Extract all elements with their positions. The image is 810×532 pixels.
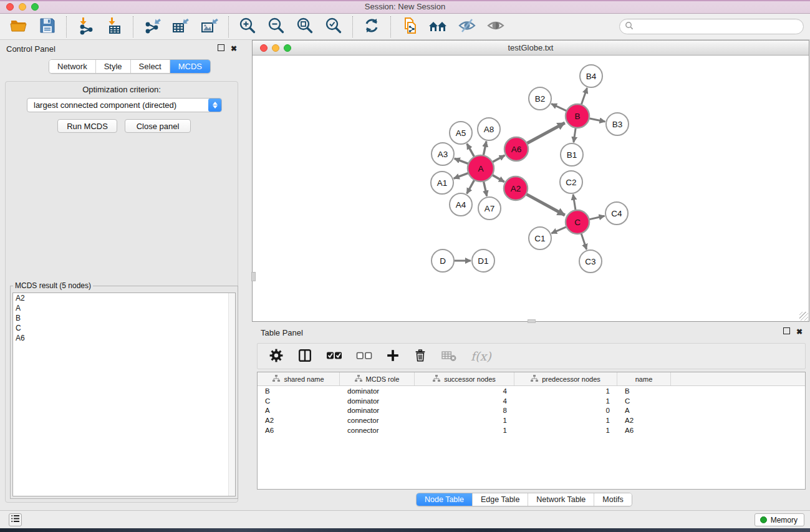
open-session-button[interactable] bbox=[9, 17, 29, 37]
table-cell[interactable]: 4 bbox=[415, 387, 514, 395]
graph-edge-A-A5[interactable] bbox=[467, 143, 475, 157]
table-row[interactable]: A2connector11A2 bbox=[258, 415, 805, 425]
graph-edge-B-B1[interactable] bbox=[574, 128, 576, 142]
table-cell[interactable]: C bbox=[617, 397, 671, 405]
graph-edge-C-C3[interactable] bbox=[581, 233, 587, 249]
bottom-scrollbar-stub[interactable] bbox=[528, 319, 536, 323]
network-canvas[interactable]: AA5A8A3A1A4A7A6A2BB4B2B3B1CC2C4C1C3DD1 bbox=[253, 56, 809, 321]
graph-node-A3[interactable]: A3 bbox=[432, 143, 454, 165]
split-columns-button[interactable] bbox=[297, 348, 312, 365]
table-cell[interactable]: 1 bbox=[415, 427, 514, 434]
graph-node-A6[interactable]: A6 bbox=[504, 137, 528, 161]
zoom-selected-button[interactable] bbox=[324, 17, 344, 37]
window-resize-grip[interactable] bbox=[799, 312, 808, 321]
table-cell[interactable]: 1 bbox=[514, 397, 617, 405]
graph-edge-C-C1[interactable] bbox=[551, 227, 566, 233]
close-table-panel-icon[interactable]: ✖ bbox=[796, 327, 803, 336]
table-cell[interactable]: A2 bbox=[258, 417, 340, 424]
table-cell[interactable]: 1 bbox=[514, 427, 617, 434]
tab-network[interactable]: Network bbox=[49, 60, 95, 73]
graph-node-A5[interactable]: A5 bbox=[450, 122, 472, 144]
graph-node-A7[interactable]: A7 bbox=[478, 197, 501, 220]
result-scrollbar[interactable] bbox=[228, 293, 235, 496]
zoom-fit-button[interactable] bbox=[295, 17, 315, 37]
table-cell[interactable]: 8 bbox=[415, 407, 514, 414]
graph-edge-B-B2[interactable] bbox=[551, 104, 567, 111]
tab-edge-table[interactable]: Edge Table bbox=[472, 493, 528, 506]
delete-table-button[interactable] bbox=[441, 349, 457, 364]
graph-edge-A6-B[interactable] bbox=[527, 123, 565, 143]
memory-button[interactable]: Memory bbox=[755, 513, 804, 526]
close-panel-icon[interactable]: ✖ bbox=[231, 44, 237, 53]
deselect-all-columns-button[interactable] bbox=[356, 351, 372, 362]
tab-mcds[interactable]: MCDS bbox=[170, 60, 210, 73]
graph-node-C1[interactable]: C1 bbox=[529, 227, 551, 249]
show-all-button[interactable] bbox=[486, 17, 506, 37]
graph-node-D1[interactable]: D1 bbox=[472, 249, 494, 272]
tab-select[interactable]: Select bbox=[130, 60, 170, 73]
table-cell[interactable]: B bbox=[258, 387, 340, 395]
table-cell[interactable]: 0 bbox=[514, 407, 617, 414]
search-input[interactable] bbox=[634, 21, 803, 33]
close-panel-button[interactable]: Close panel bbox=[125, 119, 191, 133]
tab-network-table[interactable]: Network Table bbox=[528, 493, 594, 506]
table-row[interactable]: Cdominator41C bbox=[258, 396, 805, 406]
export-image-button[interactable] bbox=[200, 17, 219, 37]
add-column-button[interactable] bbox=[386, 349, 400, 364]
search-field[interactable] bbox=[619, 19, 804, 34]
column-header-name[interactable]: name bbox=[617, 372, 671, 385]
left-scrollbar-stub[interactable] bbox=[251, 272, 256, 281]
graph-edge-A2-C[interactable] bbox=[526, 194, 565, 215]
table-cell[interactable]: connector bbox=[340, 427, 415, 434]
graph-edge-A-A8[interactable] bbox=[483, 142, 486, 156]
column-header-MCDS-role[interactable]: MCDS role bbox=[340, 372, 415, 385]
table-row[interactable]: Bdominator41B bbox=[258, 386, 805, 396]
clone-network-button[interactable] bbox=[400, 17, 420, 37]
graph-edge-A-A3[interactable] bbox=[455, 158, 469, 164]
graph-edge-C-C2[interactable] bbox=[573, 195, 576, 210]
table-row[interactable]: Adominator80A bbox=[258, 406, 805, 416]
mcds-result-item[interactable]: A bbox=[13, 303, 235, 313]
graph-node-B3[interactable]: B3 bbox=[606, 113, 629, 135]
table-cell[interactable]: dominator bbox=[340, 397, 415, 405]
select-all-columns-button[interactable] bbox=[326, 351, 342, 362]
export-network-button[interactable] bbox=[142, 17, 162, 37]
tab-style[interactable]: Style bbox=[95, 60, 130, 73]
table-cell[interactable]: A6 bbox=[617, 427, 671, 434]
delete-column-button[interactable] bbox=[413, 349, 427, 364]
import-table-button[interactable] bbox=[104, 17, 124, 37]
mcds-result-item[interactable]: C bbox=[13, 323, 235, 333]
mcds-result-list[interactable]: A2ABCA6 bbox=[12, 293, 236, 496]
graph-edge-B-B3[interactable] bbox=[589, 118, 605, 122]
refresh-button[interactable] bbox=[362, 17, 382, 37]
graph-node-C3[interactable]: C3 bbox=[579, 250, 602, 273]
tab-motifs[interactable]: Motifs bbox=[594, 493, 631, 506]
tab-node-table[interactable]: Node Table bbox=[417, 493, 472, 506]
save-session-button[interactable] bbox=[37, 17, 57, 37]
graph-node-B4[interactable]: B4 bbox=[580, 65, 602, 87]
table-cell[interactable]: A6 bbox=[258, 427, 340, 434]
table-cell[interactable]: 1 bbox=[514, 387, 617, 395]
column-header-shared-name[interactable]: shared name bbox=[258, 372, 340, 385]
table-cell[interactable]: dominator bbox=[340, 387, 415, 395]
table-cell[interactable]: dominator bbox=[340, 407, 415, 414]
column-header-successor-nodes[interactable]: successor nodes bbox=[415, 372, 514, 385]
table-cell[interactable]: connector bbox=[340, 417, 415, 424]
network-graph[interactable]: AA5A8A3A1A4A7A6A2BB4B2B3B1CC2C4C1C3DD1 bbox=[253, 56, 808, 320]
mcds-result-item[interactable]: B bbox=[13, 313, 235, 323]
graph-node-A1[interactable]: A1 bbox=[431, 172, 453, 194]
table-cell[interactable]: B bbox=[617, 387, 671, 395]
table-cell[interactable]: A bbox=[258, 407, 340, 414]
graph-edge-B-B4[interactable] bbox=[581, 88, 587, 105]
zoom-out-button[interactable] bbox=[266, 17, 286, 37]
table-cell[interactable]: 1 bbox=[514, 417, 617, 424]
graph-node-A4[interactable]: A4 bbox=[450, 193, 472, 216]
hide-selected-button[interactable] bbox=[457, 17, 477, 37]
column-header-predecessor-nodes[interactable]: predecessor nodes bbox=[514, 372, 617, 385]
graph-edge-A-A1[interactable] bbox=[454, 173, 469, 178]
graph-node-D[interactable]: D bbox=[432, 249, 454, 272]
function-builder-button[interactable]: f(x) bbox=[471, 349, 491, 363]
table-cell[interactable]: C bbox=[258, 397, 340, 405]
zoom-in-button[interactable] bbox=[238, 17, 258, 37]
graph-edge-A-A2[interactable] bbox=[492, 175, 504, 181]
